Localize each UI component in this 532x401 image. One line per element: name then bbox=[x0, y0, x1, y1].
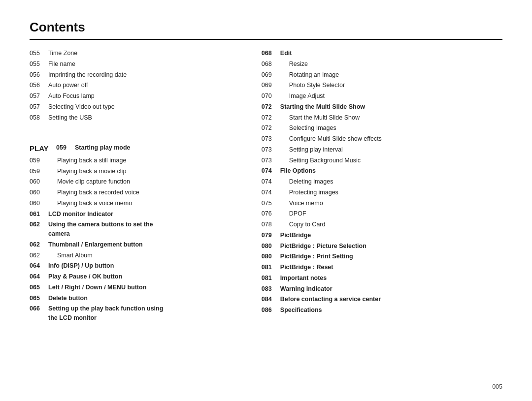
toc-entry: PLAY 059 Starting play mode bbox=[30, 143, 242, 154]
entry-label: Warning indicator bbox=[280, 284, 502, 294]
entry-num: 056 bbox=[30, 70, 48, 80]
toc-entry: 056Auto power off bbox=[30, 81, 242, 90]
entry-label: Selecting Video out type bbox=[48, 102, 242, 112]
toc-entry: 080PictBridge : Print Setting bbox=[262, 252, 502, 261]
entry-num: 059 bbox=[30, 167, 48, 176]
entry-label: Voice memo bbox=[280, 199, 502, 208]
entry-label: Protecting images bbox=[280, 188, 502, 197]
toc-entry: 055Time Zone bbox=[30, 49, 242, 58]
entry-num: 070 bbox=[262, 92, 280, 101]
entry-num: 083 bbox=[262, 284, 280, 294]
entry-num: 073 bbox=[262, 134, 280, 144]
toc-entry: 073Setting play interval bbox=[262, 145, 502, 154]
entry-label: Configure Multi Slide show effects bbox=[280, 134, 502, 144]
entry-label: Thumbnail / Enlargement button bbox=[48, 240, 143, 249]
toc-entry: 060 Playing back a recorded voice bbox=[30, 188, 242, 197]
entry-label: Deleting images bbox=[280, 177, 502, 186]
toc-entry: 072Selecting Images bbox=[262, 123, 502, 133]
toc-entry: 059 Playing back a movie clip bbox=[30, 167, 242, 176]
entry-num: 061 bbox=[30, 210, 48, 219]
entry-num: 075 bbox=[262, 199, 280, 208]
entry-num: 069 bbox=[262, 81, 280, 90]
entry-label: Setting play interval bbox=[280, 145, 502, 154]
toc-entry: 064 Play & Pause / OK button bbox=[30, 272, 242, 281]
entry-label: Imprinting the recording date bbox=[48, 70, 242, 80]
entry-num: 057 bbox=[30, 92, 48, 101]
entry-num: 073 bbox=[262, 145, 280, 154]
toc-entry: 055File name bbox=[30, 60, 242, 69]
entry-label: Selecting Images bbox=[280, 123, 502, 133]
toc-entry: 076DPOF bbox=[262, 209, 502, 218]
entry-num: 074 bbox=[262, 188, 280, 197]
toc-entry: 068Resize bbox=[262, 60, 502, 69]
entry-label: Movie clip capture function bbox=[48, 177, 130, 186]
entry-num: 079 bbox=[262, 231, 280, 240]
play-section: PLAY 059 Starting play mode 059 Playing … bbox=[30, 143, 242, 323]
toc-entry: 073Setting Background Music bbox=[262, 156, 502, 165]
toc-columns: 055Time Zone055File name056Imprinting th… bbox=[30, 49, 502, 324]
entry-num: 068 bbox=[262, 60, 280, 69]
entry-num: 062 bbox=[30, 220, 48, 239]
entry-label: PictBridge : Print Setting bbox=[280, 252, 502, 261]
toc-entry: 070Image Adjust bbox=[262, 92, 502, 101]
entry-num: 058 bbox=[30, 113, 48, 123]
entry-num: 064 bbox=[30, 261, 48, 271]
toc-entry: 072Start the Multi Slide Show bbox=[262, 113, 502, 123]
entry-label: Playing back a still image bbox=[48, 156, 126, 165]
entry-num: 076 bbox=[262, 209, 280, 218]
toc-entry: 065 Delete button bbox=[30, 294, 242, 303]
top-entries: 055Time Zone055File name056Imprinting th… bbox=[30, 49, 242, 122]
entry-label: Resize bbox=[280, 60, 502, 69]
entry-label: PictBridge bbox=[280, 231, 502, 240]
toc-entry: 068Edit bbox=[262, 49, 502, 58]
toc-entry: 062 Thumbnail / Enlargement button bbox=[30, 240, 242, 249]
entry-num: 056 bbox=[30, 81, 48, 90]
entry-label: Before contacting a service center bbox=[280, 295, 502, 304]
entry-num: 072 bbox=[262, 102, 280, 112]
right-column: 068Edit068Resize069Rotating an image069P… bbox=[257, 49, 502, 324]
page-title: Contents bbox=[30, 20, 502, 35]
toc-entry: 086Specifications bbox=[262, 306, 502, 315]
entry-num: 074 bbox=[262, 177, 280, 186]
entry-num: 081 bbox=[262, 274, 280, 283]
entry-num: 065 bbox=[30, 283, 48, 292]
title-divider bbox=[30, 39, 502, 40]
toc-entry: 061 LCD monitor Indicator bbox=[30, 210, 242, 219]
page: Contents 055Time Zone055File name056Impr… bbox=[0, 0, 532, 401]
entry-label: Playing back a recorded voice bbox=[48, 188, 139, 197]
entry-label: Play & Pause / OK button bbox=[48, 272, 122, 281]
entry-label: Delete button bbox=[48, 294, 88, 303]
toc-entry: 058Setting the USB bbox=[30, 113, 242, 123]
entry-num: 065 bbox=[30, 294, 48, 303]
entry-num: 081 bbox=[262, 263, 280, 272]
entry-label: File Options bbox=[280, 166, 502, 176]
entry-num: 072 bbox=[262, 123, 280, 133]
toc-entry: 078Copy to Card bbox=[262, 220, 502, 229]
entry-num: 057 bbox=[30, 102, 48, 112]
toc-entry: 060 Playing back a voice memo bbox=[30, 199, 242, 208]
entry-num: 066 bbox=[30, 304, 48, 323]
toc-entry: 056Imprinting the recording date bbox=[30, 70, 242, 80]
toc-entry: 062 Smart Album bbox=[30, 251, 242, 260]
entry-label: Using the camera buttons to set thecamer… bbox=[48, 220, 153, 239]
entry-num: 080 bbox=[262, 242, 280, 251]
entry-num: 059 bbox=[56, 143, 75, 154]
entry-label: Copy to Card bbox=[280, 220, 502, 229]
toc-entry: 074Protecting images bbox=[262, 188, 502, 197]
entry-label: Time Zone bbox=[48, 49, 242, 58]
toc-entry: 069Rotating an image bbox=[262, 70, 502, 80]
entry-label: DPOF bbox=[280, 209, 502, 218]
entry-label: Smart Album bbox=[48, 251, 93, 260]
entry-label: Start the Multi Slide Show bbox=[280, 113, 502, 123]
toc-entry: 073Configure Multi Slide show effects bbox=[262, 134, 502, 144]
entry-label: Auto Focus lamp bbox=[48, 92, 242, 101]
entry-label: Setting Background Music bbox=[280, 156, 502, 165]
entry-num: 074 bbox=[262, 166, 280, 176]
entry-num: 078 bbox=[262, 220, 280, 229]
entry-num: 060 bbox=[30, 177, 48, 186]
right-entries: 068Edit068Resize069Rotating an image069P… bbox=[262, 49, 502, 315]
entry-label: Photo Style Selector bbox=[280, 81, 502, 90]
entry-label: Starting play mode bbox=[75, 143, 131, 154]
toc-entry: 084Before contacting a service center bbox=[262, 295, 502, 304]
entry-label: Rotating an image bbox=[280, 70, 502, 80]
